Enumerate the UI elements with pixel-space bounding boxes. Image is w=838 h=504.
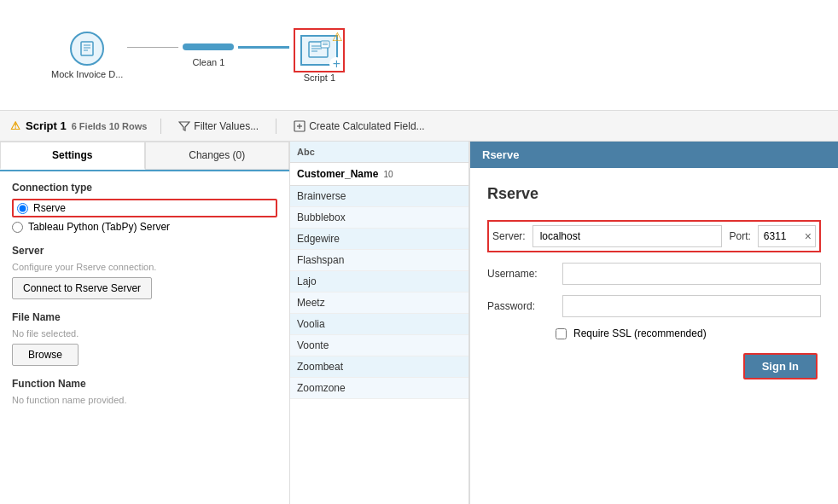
filter-icon: [178, 120, 190, 132]
radio-rserve-input[interactable]: [17, 203, 28, 214]
toolbar-script-title: Script 1: [26, 119, 67, 132]
list-item: Bubblebox: [290, 207, 468, 229]
clean1-label: Clean 1: [192, 57, 224, 67]
svg-rect-8: [321, 41, 329, 48]
ssl-checkbox[interactable]: [556, 328, 567, 339]
tabs-row: Settings Changes (0): [0, 142, 289, 171]
username-form-row: Username:: [487, 263, 821, 285]
script1-icon: ⚠ +: [300, 35, 338, 66]
toolbar-separator-2: [276, 119, 276, 134]
clean-bar: [183, 43, 234, 50]
server-section: Server Configure your Rserve connection.…: [12, 245, 277, 299]
server-section-label: Server: [12, 245, 277, 257]
toolbar-warning-icon: ⚠: [10, 119, 20, 132]
mock-invoice-icon: [70, 32, 104, 66]
server-form-row: Server: Port: ×: [487, 220, 821, 252]
settings-panel: Settings Changes (0) Connection type Rse…: [0, 142, 290, 504]
script1-label: Script 1: [304, 72, 335, 83]
connect-rserve-button[interactable]: Connect to Rserve Server: [12, 277, 152, 299]
connector-2: [238, 46, 289, 49]
create-calc-button[interactable]: Create Calculated Field...: [290, 119, 428, 134]
connection-type-label: Connection type: [12, 182, 277, 194]
list-item: Flashspan: [290, 250, 468, 271]
list-item: Meetz: [290, 293, 468, 314]
browse-button[interactable]: Browse: [12, 344, 79, 366]
connector-1: [127, 47, 178, 48]
sign-in-button[interactable]: Sign In: [743, 353, 818, 379]
main-content: Settings Changes (0) Connection type Rse…: [0, 142, 838, 504]
calc-icon: [294, 120, 306, 132]
toolbar: ⚠ Script 1 6 Fields 10 Rows Filter Value…: [0, 111, 838, 142]
server-input[interactable]: [532, 225, 723, 247]
mock-invoice-label: Mock Invoice D...: [51, 69, 123, 79]
port-clear-button[interactable]: ×: [801, 229, 815, 243]
password-form-row: Password:: [487, 295, 821, 317]
no-file-text: No file selected.: [12, 328, 277, 339]
rserve-panel: Rserve Rserve Server: Port: × Username:: [469, 142, 838, 504]
port-input-wrapper: ×: [758, 225, 816, 247]
ssl-label[interactable]: Require SSL (recommended): [573, 327, 707, 339]
fn-section: Function Name No function name provided.: [12, 378, 277, 405]
radio-tabpy[interactable]: Tableau Python (TabPy) Server: [12, 221, 277, 233]
col-name-row: Customer_Name 10: [290, 163, 468, 186]
password-label: Password:: [487, 300, 556, 312]
col-count: 10: [383, 170, 393, 179]
file-section-label: File Name: [12, 311, 277, 323]
pipeline-area: Mock Invoice D... Clean 1 ⚠ +: [0, 0, 838, 111]
rserve-body: Rserve Server: Port: × Username:: [470, 168, 838, 504]
node-clean1[interactable]: Clean 1: [183, 43, 234, 67]
list-item: Voonte: [290, 335, 468, 356]
rserve-header: Rserve: [470, 142, 838, 168]
list-item: Lajo: [290, 271, 468, 293]
list-item: Voolia: [290, 314, 468, 335]
ssl-row: Require SSL (recommended): [487, 327, 821, 339]
radio-tabpy-input[interactable]: [12, 222, 23, 233]
data-panel: Abc Customer_Name 10 Brainverse Bubblebo…: [290, 142, 469, 504]
toolbar-title: ⚠ Script 1 6 Fields 10 Rows: [10, 119, 147, 132]
sign-in-row: Sign In: [487, 353, 821, 379]
list-item: Zoombeat: [290, 356, 468, 378]
warning-badge-icon: ⚠: [332, 30, 343, 43]
script1-box: ⚠ +: [294, 28, 345, 72]
list-item: Edgewire: [290, 229, 468, 250]
settings-content: Connection type Rserve Tableau Python (T…: [0, 171, 289, 427]
server-hint: Configure your Rserve connection.: [12, 262, 277, 272]
plus-badge-icon[interactable]: +: [329, 57, 343, 71]
username-input[interactable]: [562, 263, 821, 285]
radio-rserve-label: Rserve: [33, 202, 66, 214]
filter-values-button[interactable]: Filter Values...: [175, 119, 262, 134]
list-item: Zoomzone: [290, 378, 468, 399]
filter-btn-label: Filter Values...: [194, 120, 259, 132]
tab-settings[interactable]: Settings: [0, 142, 145, 170]
node-script1[interactable]: ⚠ + Script 1: [294, 28, 345, 83]
toolbar-meta: 6 Fields 10 Rows: [72, 121, 148, 131]
rserve-popup: Rserve Rserve Server: Port: × Username:: [469, 142, 838, 504]
tab-changes[interactable]: Changes (0): [145, 142, 290, 170]
node-mock-invoice[interactable]: Mock Invoice D...: [51, 32, 123, 79]
radio-tabpy-label: Tableau Python (TabPy) Server: [28, 221, 170, 233]
fn-section-label: Function Name: [12, 378, 277, 390]
password-input[interactable]: [562, 295, 821, 317]
file-section: File Name No file selected. Browse: [12, 311, 277, 366]
rserve-title: Rserve: [487, 185, 821, 203]
username-label: Username:: [487, 268, 556, 280]
radio-group: Rserve Tableau Python (TabPy) Server: [12, 199, 277, 233]
toolbar-separator-1: [160, 119, 161, 134]
no-fn-text: No function name provided.: [12, 395, 277, 405]
server-label: Server:: [492, 230, 526, 242]
col-name: Customer_Name: [297, 168, 378, 180]
port-input[interactable]: [759, 227, 801, 246]
list-item: Brainverse: [290, 186, 468, 207]
svg-rect-0: [81, 42, 93, 55]
port-label: Port:: [729, 230, 750, 242]
calc-btn-label: Create Calculated Field...: [309, 120, 424, 132]
col-type-label: Abc: [290, 142, 468, 163]
radio-rserve[interactable]: Rserve: [12, 199, 277, 217]
